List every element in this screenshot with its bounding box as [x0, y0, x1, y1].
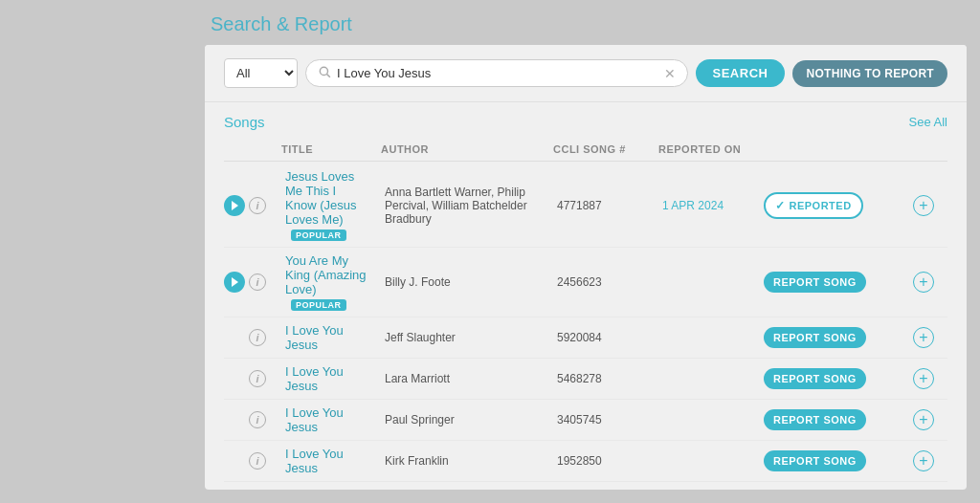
song-author: Lara Marriott: [377, 372, 549, 385]
main-panel: All Title Author ✕ SEARCH NOTHING TO REP…: [205, 45, 967, 490]
svg-marker-3: [232, 277, 238, 287]
table-row: iJesus Loves Me This I Know (Jesus Loves…: [224, 164, 947, 248]
song-title-cell: I Love You Jesus: [278, 447, 377, 475]
add-cell: +: [913, 327, 947, 348]
checkmark-icon: ✓: [775, 199, 786, 212]
col-controls-header: [224, 142, 278, 157]
report-song-button[interactable]: REPORT SONG: [764, 409, 866, 430]
col-add-header: [913, 142, 947, 157]
add-icon-button[interactable]: +: [913, 327, 934, 348]
play-button[interactable]: [224, 272, 245, 293]
song-title-cell: I Love You Jesus: [278, 364, 377, 393]
row-controls: i: [224, 327, 278, 348]
song-title[interactable]: I Love You Jesus: [285, 488, 344, 490]
ccli-number: 2456623: [549, 275, 655, 289]
action-cell: REPORT SONG: [760, 327, 913, 348]
col-action-header: [760, 142, 913, 157]
song-title[interactable]: I Love You Jesus: [285, 323, 344, 352]
songs-table: TITLE AUTHOR CCLI SONG # REPORTED ON iJe…: [224, 138, 947, 490]
col-title-header: TITLE: [278, 142, 377, 157]
songs-header-row: Songs See All: [224, 114, 947, 130]
info-button[interactable]: i: [249, 197, 266, 214]
song-title[interactable]: I Love You Jesus: [285, 447, 344, 475]
reported-on-date: 1 APR 2024: [655, 199, 760, 212]
play-button[interactable]: [224, 195, 245, 216]
nothing-to-report-button[interactable]: NOTHING TO REPORT: [792, 60, 947, 87]
popular-badge: POPULAR: [291, 299, 346, 311]
add-icon-button[interactable]: +: [913, 368, 934, 389]
add-icon-button[interactable]: +: [913, 195, 934, 216]
add-cell: +: [913, 368, 947, 389]
song-title[interactable]: Jesus Loves Me This I Know (Jesus Loves …: [285, 169, 356, 227]
reported-label: REPORTED: [790, 200, 852, 211]
add-cell: +: [913, 450, 947, 471]
search-bar-row: All Title Author ✕ SEARCH NOTHING TO REP…: [205, 45, 967, 102]
song-author: Anna Bartlett Warner, Philip Percival, W…: [377, 186, 549, 226]
action-cell: REPORT SONG: [760, 368, 913, 389]
svg-line-1: [327, 75, 330, 77]
song-title-cell: I Love You Jesus: [278, 488, 377, 490]
songs-section: Songs See All TITLE AUTHOR CCLI SONG # R…: [205, 102, 967, 490]
add-cell: +: [913, 195, 947, 216]
action-cell: REPORT SONG: [760, 450, 913, 471]
song-title[interactable]: I Love You Jesus: [285, 405, 344, 434]
songs-label: Songs: [224, 114, 265, 130]
song-author: Kirk Franklin: [377, 454, 549, 468]
song-title-cell: I Love You Jesus: [278, 323, 377, 352]
song-author: Billy J. Foote: [377, 275, 549, 289]
table-row: iI Love You JesusGreg Mailloux4079503REP…: [224, 482, 947, 490]
report-song-button[interactable]: REPORT SONG: [764, 368, 866, 389]
song-title-cell: Jesus Loves Me This I Know (Jesus Loves …: [278, 169, 377, 241]
clear-icon[interactable]: ✕: [664, 66, 676, 81]
add-icon-button[interactable]: +: [913, 409, 934, 430]
add-icon-button[interactable]: +: [913, 450, 934, 471]
col-ccli-header: CCLI SONG #: [549, 142, 655, 157]
table-row: iI Love You JesusJeff Slaughter5920084RE…: [224, 317, 947, 359]
song-title-cell: I Love You Jesus: [278, 405, 377, 434]
add-icon-button[interactable]: +: [913, 272, 934, 293]
info-button[interactable]: i: [249, 329, 266, 346]
song-author: Paul Springer: [377, 413, 549, 426]
row-controls: i: [224, 368, 278, 389]
row-controls: i: [224, 272, 278, 293]
info-button[interactable]: i: [249, 452, 266, 470]
table-row: iI Love You JesusLara Marriott5468278REP…: [224, 359, 947, 400]
col-reported-header: REPORTED ON: [655, 142, 760, 157]
see-all-link[interactable]: See All: [909, 115, 947, 129]
search-button[interactable]: SEARCH: [696, 59, 786, 87]
page-title: Search & Report: [0, 0, 980, 45]
ccli-number: 4771887: [549, 199, 655, 212]
add-cell: +: [913, 272, 947, 293]
ccli-number: 5468278: [549, 372, 655, 385]
col-headers: TITLE AUTHOR CCLI SONG # REPORTED ON: [224, 138, 947, 162]
table-row: iI Love You JesusKirk Franklin1952850REP…: [224, 441, 947, 482]
table-row: iI Love You JesusPaul Springer3405745REP…: [224, 400, 947, 441]
row-controls: i: [224, 450, 278, 471]
svg-marker-2: [232, 201, 238, 210]
filter-select[interactable]: All Title Author: [224, 58, 298, 88]
reported-button[interactable]: ✓REPORTED: [764, 192, 863, 219]
action-cell: ✓REPORTED: [760, 192, 913, 219]
ccli-number: 5920084: [549, 331, 655, 344]
add-cell: +: [913, 409, 947, 430]
ccli-number: 1952850: [549, 454, 655, 468]
info-button[interactable]: i: [249, 411, 266, 428]
song-author: Jeff Slaughter: [377, 331, 549, 344]
search-input[interactable]: [337, 66, 658, 80]
popular-badge: POPULAR: [291, 230, 346, 241]
report-song-button[interactable]: REPORT SONG: [764, 450, 866, 471]
table-row: iYou Are My King (Amazing Love)POPULARBi…: [224, 248, 947, 317]
report-song-button[interactable]: REPORT SONG: [764, 272, 866, 293]
svg-point-0: [320, 67, 327, 75]
action-cell: REPORT SONG: [760, 409, 913, 430]
ccli-number: 3405745: [549, 413, 655, 426]
song-title[interactable]: You Are My King (Amazing Love): [285, 253, 367, 296]
song-title[interactable]: I Love You Jesus: [285, 364, 344, 393]
songs-rows: iJesus Loves Me This I Know (Jesus Loves…: [224, 164, 947, 490]
report-song-button[interactable]: REPORT SONG: [764, 327, 866, 348]
row-controls: i: [224, 195, 278, 216]
action-cell: REPORT SONG: [760, 272, 913, 293]
info-button[interactable]: i: [249, 273, 266, 291]
info-button[interactable]: i: [249, 370, 266, 387]
search-input-wrap: ✕: [305, 59, 688, 87]
